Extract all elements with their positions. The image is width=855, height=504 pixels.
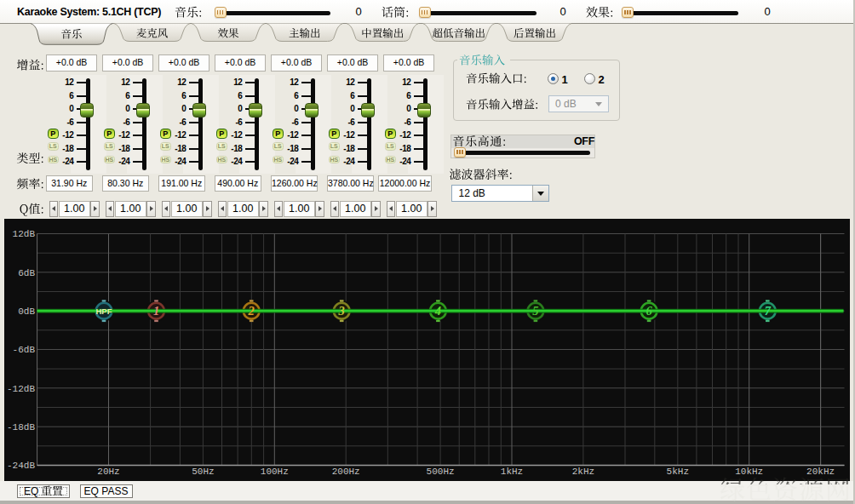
svg-text:-24dB: -24dB: [6, 461, 34, 471]
svg-text:7: 7: [764, 304, 771, 318]
svg-text:2: 2: [247, 304, 254, 318]
svg-text:10kHz: 10kHz: [735, 466, 763, 476]
svg-text:5kHz: 5kHz: [666, 466, 688, 476]
svg-text:50Hz: 50Hz: [192, 466, 214, 476]
svg-text:20kHz: 20kHz: [806, 466, 835, 476]
svg-text:2kHz: 2kHz: [571, 466, 594, 476]
svg-text:6dB: 6dB: [18, 267, 35, 278]
svg-text:1: 1: [152, 304, 158, 318]
svg-text:3: 3: [337, 304, 344, 318]
svg-text:1kHz: 1kHz: [500, 466, 522, 476]
svg-text:20Hz: 20Hz: [97, 466, 119, 476]
svg-text:-6dB: -6dB: [12, 345, 35, 355]
svg-text:HPF: HPF: [95, 306, 112, 315]
svg-text:12dB: 12dB: [12, 229, 35, 239]
svg-text:5: 5: [532, 304, 538, 318]
svg-text:-12dB: -12dB: [6, 383, 34, 393]
svg-text:-18dB: -18dB: [6, 422, 34, 432]
svg-text:200Hz: 200Hz: [331, 466, 359, 476]
svg-text:4: 4: [433, 304, 440, 318]
svg-text:6: 6: [646, 304, 652, 318]
svg-text:500Hz: 500Hz: [426, 466, 454, 476]
svg-text:100Hz: 100Hz: [260, 466, 288, 476]
svg-text:0dB: 0dB: [18, 306, 35, 317]
